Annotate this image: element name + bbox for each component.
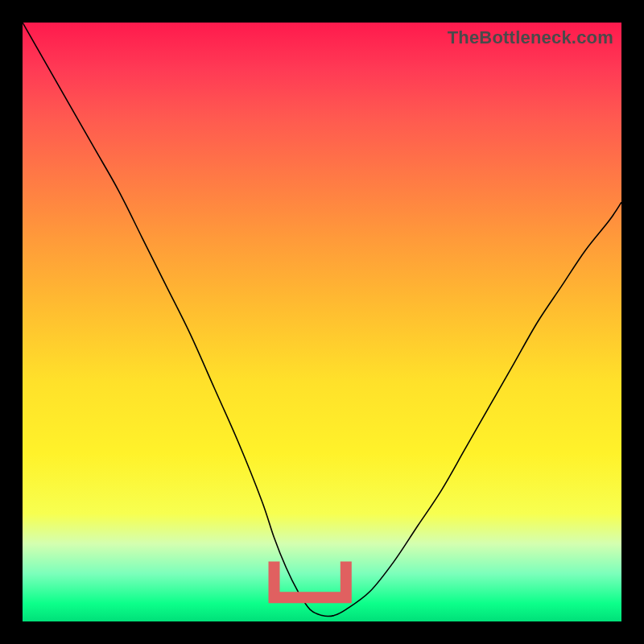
gradient-plot-area: TheBottleneck.com [23, 23, 621, 621]
bottleneck-curve [23, 23, 621, 617]
curve-svg [23, 23, 621, 621]
black-frame: TheBottleneck.com [0, 0, 644, 644]
optimal-bracket [275, 562, 346, 598]
